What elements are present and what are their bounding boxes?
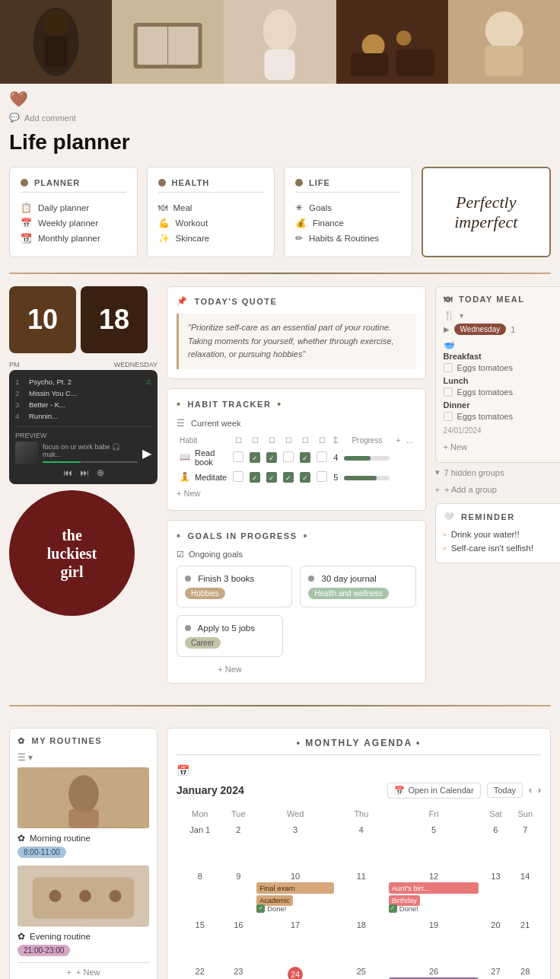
nav-cards: PLANNER 📋 Daily planner 📅 Weekly planner… [0,167,560,273]
cal-jan28[interactable]: 28 [509,963,541,979]
calendar-icon: 📅 [394,786,405,796]
weekly-planner-link[interactable]: 📅 Weekly planner [21,215,126,231]
hidden-groups[interactable]: ▾ 7 hidden groups [435,463,560,482]
music-track-2[interactable]: 2 Missin You C... [15,387,151,399]
goal-3-tag[interactable]: Career [185,637,221,649]
meal-add-button[interactable]: + New [444,439,560,454]
habit-1-day2[interactable] [250,452,260,463]
chevron-down-meal[interactable]: ▾ [460,311,463,320]
cal-jan26[interactable]: 26 Job Interview Appointment ✓Done! [386,963,482,979]
habit-2-day5[interactable] [300,472,310,483]
meal-link[interactable]: 🍽 Meal [158,200,264,215]
play-button[interactable]: ▶ [142,446,151,461]
cal-jan27[interactable]: 27 [482,963,509,979]
cal-event-done-2[interactable]: ✓Done! [389,904,479,913]
today-button[interactable]: Today [487,783,523,798]
add-to-queue[interactable]: ⊕ [97,467,104,478]
music-track-1[interactable]: 1 Psycho, Pt. 2 ♫ [15,376,151,387]
goal-1-tag[interactable]: Hobbies [185,588,225,599]
habit-2-day6[interactable] [317,471,327,482]
cal-jan7[interactable]: 7 [509,821,541,868]
cal-jan23[interactable]: 23 [223,963,253,979]
cal-jan4[interactable]: 4 [337,821,386,868]
habit-2-day4[interactable] [283,472,294,483]
finance-link[interactable]: 💰 Finance [295,215,401,231]
cal-event-aunt-birthday[interactable]: Aunt's birt... [389,882,479,894]
cal-jan12[interactable]: 12 Aunt's birt... Birthday ✓Done! [386,868,482,917]
cal-jan9[interactable]: 9 [223,868,253,917]
cal-jan1[interactable]: Jan 1 [177,821,223,868]
agenda-dots-left: • [297,738,301,748]
svg-point-20 [68,775,99,812]
habit-1-day6[interactable] [317,451,327,462]
habit-1-day4[interactable] [283,451,294,462]
cal-jan11[interactable]: 11 [337,868,386,917]
cal-jan19[interactable]: 19 [386,917,482,963]
cal-jan25[interactable]: 25 [337,963,386,979]
goals-add-button[interactable]: + New [177,665,283,674]
goal-1-title: Finish 3 books [198,574,254,583]
cal-jan2[interactable]: 2 [223,821,253,868]
habit-1-day5[interactable] [300,452,310,463]
goal-card-2: 30 day journal Health and wellness [300,566,415,607]
routines-add-button[interactable]: + + New [18,962,149,979]
habit-1-day3[interactable] [266,452,277,463]
toggle-icon[interactable]: ▶ [444,325,450,333]
cal-prev-button[interactable]: ‹ [529,785,532,796]
habit-1-name: Read book [195,448,227,467]
music-track-3[interactable]: 3 Better - K... [15,399,151,410]
habit-2-day3[interactable] [266,472,277,483]
add-col[interactable]: + [393,435,403,446]
cal-jan3[interactable]: 3 [253,821,337,868]
daily-planner-link[interactable]: 📋 Daily planner [21,200,126,215]
cal-jan5[interactable]: 5 [386,821,482,868]
more-col[interactable]: ... [403,435,415,446]
lunch-check[interactable] [444,387,453,397]
heart-icon[interactable]: 🤎 [9,90,28,108]
list-view-icon[interactable]: ☰ ▾ [18,752,149,763]
add-comment-link[interactable]: Add comment [24,113,76,123]
goal-2-tag[interactable]: Health and wellness [308,588,389,599]
routine-item-1: ✿ Morning routine 8:00-11:00 [18,767,149,858]
habit-2-day1[interactable] [233,471,243,482]
meal-icon: 🍽 [444,295,453,304]
habit-1-day1[interactable] [233,451,243,462]
music-track-4[interactable]: 4 Runnin... [15,410,151,422]
cal-jan15[interactable]: 15 [177,917,223,963]
habit-2-day2[interactable] [250,472,260,483]
cal-next-button[interactable]: › [538,785,541,796]
luckiest-line3: girl [47,563,97,581]
cal-jan22[interactable]: 22 [177,963,223,979]
cal-jan10[interactable]: 10 Final exam Academic ✓Done! [253,868,337,917]
breakfast-check[interactable] [444,363,453,372]
cal-jan8[interactable]: 8 [177,868,223,917]
skincare-link[interactable]: ✨ Skincare [158,231,264,246]
cal-jan13[interactable]: 13 [482,868,509,917]
habit-add-button[interactable]: + New [177,486,416,501]
open-calendar-button[interactable]: 📅 Open in Calendar [387,783,480,799]
cal-jan21[interactable]: 21 [509,917,541,963]
agenda-header: January 2024 📅 Open in Calendar Today ‹ … [177,783,541,799]
workout-link[interactable]: 💪 Workout [158,215,264,231]
skip-button[interactable]: ⏭ [80,467,89,478]
clock-period: PM [9,361,20,368]
cal-event-final-exam[interactable]: Final exam [256,882,334,894]
goals-link[interactable]: ✳ Goals [295,200,401,215]
cal-jan24-today[interactable]: 24 [253,963,337,979]
monthly-planner-link[interactable]: 📆 Monthly planner [21,231,126,246]
day-col-6: ☐ [313,435,330,446]
cal-jan18[interactable]: 18 [337,917,386,963]
habits-link[interactable]: ✏ Habits & Routines [295,231,401,246]
add-group-button[interactable]: + + Add a group [435,482,560,497]
goals-icon: ✳ [295,202,303,213]
cal-jan6[interactable]: 6 [482,821,509,868]
cal-jan17[interactable]: 17 [253,917,337,963]
cal-jan20[interactable]: 20 [482,917,509,963]
prev-button[interactable]: ⏮ [63,467,72,478]
cal-event-done-1[interactable]: ✓Done! [256,904,334,913]
cal-jan14[interactable]: 14 [509,868,541,917]
meal-card: 🍽 TODAY MEAL 🍴 ▾ ▶ Wednesday 1 🥣 [435,286,560,463]
dinner-check[interactable] [444,412,453,421]
daily-planner-label: Daily planner [38,203,89,212]
cal-jan16[interactable]: 16 [223,917,253,963]
